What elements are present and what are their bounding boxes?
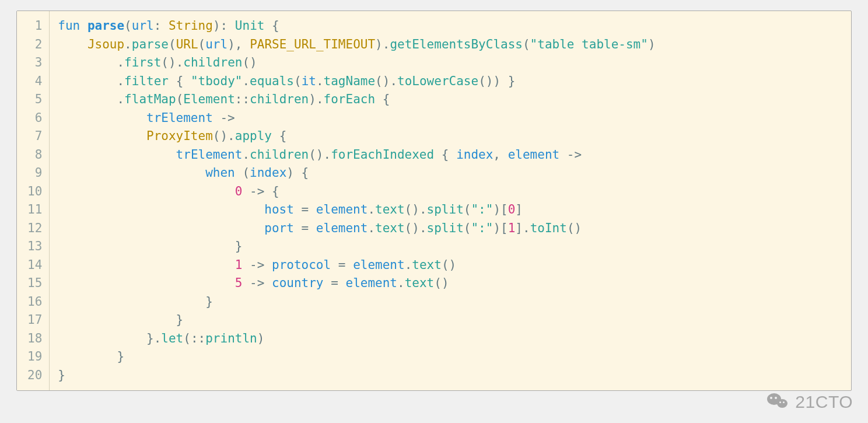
token-num: 5 (235, 276, 243, 290)
line-number: 18 (27, 330, 42, 348)
line-number: 7 (27, 127, 42, 146)
token-punc: . (324, 148, 331, 162)
token-str: "tbody" (191, 74, 243, 88)
token-call: parse (132, 37, 169, 51)
token-punc: ) (257, 331, 265, 345)
token-cls: URL (176, 37, 198, 51)
token-punc: ( (183, 331, 191, 345)
token-op: -> (250, 276, 264, 290)
token-op: = (331, 276, 338, 290)
token-punc: ( (124, 19, 132, 33)
token-call: split (427, 202, 464, 216)
token-fn: parse (88, 19, 124, 33)
token-type: Unit (235, 19, 265, 33)
token-punc: . (117, 92, 124, 106)
token-punc: . (419, 221, 427, 235)
token-punc: . (523, 221, 530, 235)
token-punc: ( (523, 37, 530, 51)
token-punc: [ (501, 221, 508, 235)
token-punc: } (58, 368, 65, 382)
token-num: 1 (235, 258, 243, 272)
token-op: :: (235, 92, 250, 106)
token-punc: ( (464, 202, 471, 216)
token-punc: ) (648, 37, 656, 51)
token-punc: () (309, 148, 323, 162)
token-punc: . (316, 92, 324, 106)
token-op: :: (191, 331, 205, 345)
token-punc: { (176, 74, 184, 88)
line-number: 1 (27, 17, 42, 36)
token-op: -> (250, 258, 264, 272)
token-punc: , (493, 148, 501, 162)
line-number: 17 (27, 311, 42, 330)
token-punc: . (124, 37, 132, 51)
token-punc: ( (176, 92, 184, 106)
token-name: country (272, 276, 324, 290)
token-op: = (302, 202, 309, 216)
token-punc: () (405, 221, 419, 235)
line-number: 10 (27, 183, 42, 201)
token-punc: . (390, 74, 397, 88)
token-punc: ) (309, 92, 316, 106)
token-call: toLowerCase (397, 74, 478, 88)
code-line: fun parse(url: String): Unit { (58, 17, 841, 36)
token-punc: . (154, 331, 162, 345)
token-call: children (250, 92, 309, 106)
line-number: 16 (27, 293, 42, 312)
token-name: trElement (146, 111, 213, 125)
token-name: element (508, 148, 560, 162)
code-line: when (index) { (58, 164, 841, 183)
code-line: }.let(::println) (58, 330, 841, 348)
token-punc: . (228, 129, 235, 143)
code-line: ProxyItem().apply { (58, 127, 841, 146)
token-name: protocol (272, 258, 331, 272)
token-punc: { (272, 184, 279, 198)
token-punc: } (508, 74, 516, 88)
code-line: } (58, 311, 841, 330)
token-name: trElement (176, 148, 243, 162)
token-name: url (132, 19, 154, 33)
token-punc: { (442, 148, 449, 162)
token-punc: } (117, 349, 124, 363)
token-op: -> (220, 111, 235, 125)
code-line: trElement -> (58, 109, 841, 128)
token-name: element (316, 202, 368, 216)
token-call: forEachIndexed (331, 148, 434, 162)
token-punc: () (478, 74, 493, 88)
code-line: 0 -> { (58, 183, 841, 201)
token-punc: . (117, 55, 124, 69)
token-name: element (316, 221, 368, 235)
line-number: 14 (27, 256, 42, 275)
token-call: first (124, 55, 161, 69)
token-cls: String (169, 19, 213, 33)
token-punc: . (419, 202, 427, 216)
token-name: host (264, 202, 294, 216)
token-name: index (250, 166, 286, 180)
token-name: element (353, 258, 405, 272)
token-op: = (338, 258, 346, 272)
token-punc: ] (515, 221, 523, 235)
line-number: 2 (27, 36, 42, 54)
code-line: .flatMap(Element::children).forEach { (58, 90, 841, 109)
token-call: let (161, 331, 183, 345)
token-punc: : (154, 19, 162, 33)
token-punc: . (405, 258, 412, 272)
token-call: children (183, 55, 242, 69)
token-punc: ( (464, 221, 471, 235)
token-op: -> (567, 148, 582, 162)
token-punc: ( (198, 37, 206, 51)
token-punc: { (272, 19, 279, 33)
token-call: toInt (530, 221, 567, 235)
token-punc: } (205, 295, 213, 309)
code-line: trElement.children().forEachIndexed { in… (58, 146, 841, 165)
code-area[interactable]: fun parse(url: String): Unit { Jsoup.par… (50, 11, 851, 390)
line-number: 5 (27, 90, 42, 109)
token-punc: } (176, 313, 184, 327)
token-call: getElementsByClass (390, 37, 523, 51)
line-number: 3 (27, 54, 42, 72)
token-punc: . (117, 74, 124, 88)
token-call: flatMap (124, 92, 176, 106)
token-punc: ( (169, 37, 176, 51)
token-punc: . (316, 74, 324, 88)
token-punc: { (279, 129, 287, 143)
